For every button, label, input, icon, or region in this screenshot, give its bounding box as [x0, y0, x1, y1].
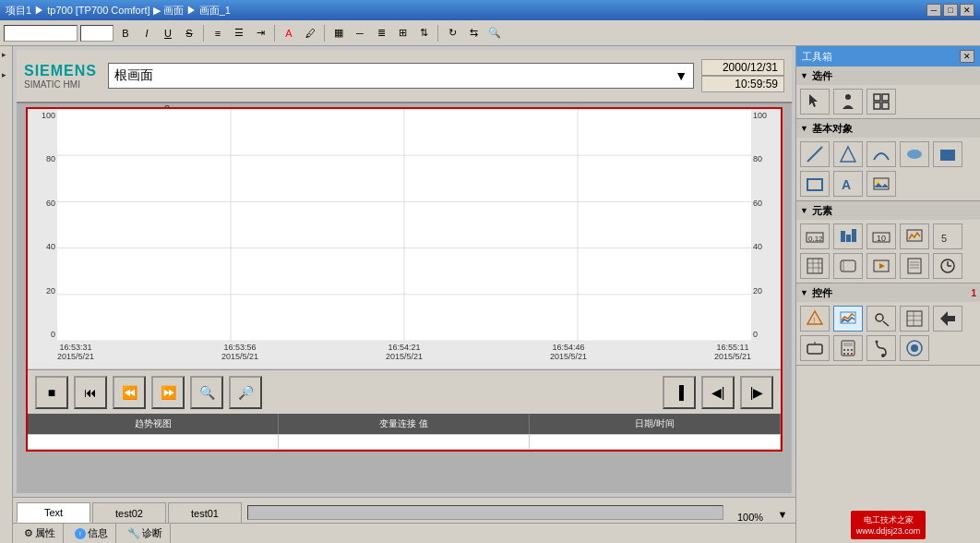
more-btn-4[interactable]: ⊞	[393, 25, 412, 42]
filled-rect-tool-icon[interactable]	[933, 141, 962, 167]
more-btn-2[interactable]: ─	[351, 25, 369, 42]
info-status-item[interactable]: i 信息	[67, 524, 116, 543]
num-display-tool-icon[interactable]: 0.12	[800, 223, 830, 249]
svg-rect-18	[940, 150, 955, 161]
xuanjian-header[interactable]: ▼ 选件	[796, 66, 980, 85]
zoom-out-button[interactable]: 🔎	[229, 376, 262, 409]
x-date-1: 2015/5/21	[221, 352, 258, 361]
italic-button[interactable]: I	[137, 25, 156, 42]
tab-text[interactable]: Text	[17, 502, 90, 523]
image-tool-icon[interactable]	[866, 171, 896, 197]
svg-rect-14	[882, 103, 889, 109]
font-size-input[interactable]: 13	[80, 25, 114, 42]
round-btn-tool-icon[interactable]	[900, 335, 929, 361]
table2-tool-icon[interactable]	[900, 306, 929, 332]
indent-button[interactable]: ⇥	[251, 25, 269, 42]
xuanjian-label: 选件	[812, 69, 832, 83]
flip-button[interactable]: ⇆	[464, 25, 483, 42]
svg-rect-27	[852, 229, 856, 242]
left-expand-button[interactable]: ◀|	[701, 376, 735, 409]
rotate-button[interactable]: ↻	[443, 25, 461, 42]
svg-rect-52	[907, 311, 922, 326]
underline-button[interactable]: U	[159, 25, 177, 42]
diagnostics-status-item[interactable]: 🔧 诊断	[120, 524, 171, 543]
triangle-tool-icon[interactable]	[833, 141, 863, 167]
arc-tool-icon[interactable]	[866, 141, 896, 167]
sidebar-tool-1[interactable]: ▸	[2, 50, 11, 68]
stethoscope-tool-icon[interactable]	[866, 335, 896, 361]
trend-tool-icon[interactable]	[833, 306, 863, 332]
svg-point-65	[847, 353, 849, 355]
tab-text-label: Text	[44, 507, 63, 518]
y-axis-left: 100 80 60 40 20 0	[28, 109, 57, 341]
faceplate-tool-icon[interactable]	[833, 253, 863, 279]
ellipse-tool-icon[interactable]	[900, 141, 929, 167]
data-cell-3	[530, 435, 781, 449]
person-tool-icon[interactable]	[833, 89, 863, 115]
svg-rect-19	[807, 179, 822, 190]
recipe-tool-icon[interactable]	[900, 253, 929, 279]
zoom-dropdown-button[interactable]: ▼	[773, 506, 792, 523]
basic-objects-header[interactable]: ▼ 基本对象	[796, 119, 980, 138]
slider-button[interactable]: ▐	[663, 376, 696, 409]
zoom-in-button[interactable]: 🔍	[190, 376, 223, 409]
media-tool-icon[interactable]	[866, 253, 896, 279]
restore-button[interactable]: □	[943, 4, 958, 17]
toolbox-close-button[interactable]: ✕	[960, 50, 974, 63]
close-button[interactable]: ✕	[960, 4, 974, 17]
alarm-tool-icon[interactable]: !	[800, 306, 830, 332]
highlight-button[interactable]: 🖊	[301, 25, 319, 42]
minimize-button[interactable]: ─	[926, 4, 941, 17]
forward-button[interactable]: ⏩	[151, 376, 185, 409]
outline-rect-tool-icon[interactable]	[800, 171, 830, 197]
cursor-icon[interactable]	[800, 89, 830, 115]
rewind-button[interactable]: ⏪	[113, 376, 146, 409]
x-date-4: 2015/5/21	[714, 352, 751, 361]
left-sidebar: ▸ ▸	[0, 46, 13, 543]
key-tool-icon[interactable]	[866, 306, 896, 332]
clock5-tool-icon[interactable]: 5	[933, 223, 962, 249]
controls-header[interactable]: ▼ 控件 1	[796, 284, 980, 302]
siemens-logo: SIEMENS SIMATIC HMI	[24, 63, 97, 90]
line-tool-icon[interactable]	[800, 141, 830, 167]
more-btn-3[interactable]: ≣	[372, 25, 390, 42]
svg-point-70	[911, 344, 918, 352]
align-left-button[interactable]: ≡	[209, 25, 227, 42]
horizontal-scrollbar[interactable]	[247, 505, 723, 520]
stop-button[interactable]: ■	[35, 376, 68, 409]
io-field-tool-icon[interactable]: 10	[866, 223, 896, 249]
clock-tool-icon[interactable]	[933, 253, 962, 279]
elements-collapse-icon: ▼	[800, 206, 808, 215]
more-btn-5[interactable]: ⇅	[414, 25, 433, 42]
more-btn-1[interactable]: ▦	[329, 25, 348, 42]
properties-status-item[interactable]: ⚙ 属性	[17, 524, 64, 543]
calc-tool-icon[interactable]	[833, 335, 863, 361]
button-tool-icon[interactable]	[800, 335, 830, 361]
arrow2-tool-icon[interactable]	[933, 306, 962, 332]
tab-test01[interactable]: test01	[168, 502, 242, 523]
grid-tool-icon[interactable]	[866, 89, 896, 115]
search-button[interactable]: 🔍	[485, 25, 504, 42]
tab-test02[interactable]: test02	[92, 502, 166, 523]
graphic-display-tool-icon[interactable]	[900, 223, 929, 249]
right-expand-button[interactable]: |▶	[740, 376, 773, 409]
svg-point-50	[876, 314, 883, 321]
bar-tool-icon[interactable]	[833, 223, 863, 249]
bold-button[interactable]: B	[116, 25, 135, 42]
screen-name-dropdown[interactable]: 根画面 ▼	[108, 63, 694, 89]
to-start-button[interactable]: ⏮	[74, 376, 107, 409]
sidebar-tool-2[interactable]: ▸	[2, 70, 11, 89]
svg-rect-25	[841, 231, 845, 242]
strikethrough-button[interactable]: S	[180, 25, 198, 42]
font-color-button[interactable]: A	[280, 25, 298, 42]
x-label-0: 16:53:31 2015/5/21	[57, 343, 94, 361]
elements-header[interactable]: ▼ 元素	[796, 201, 980, 220]
x-time-1: 16:53:56	[223, 343, 256, 352]
text-tool-icon[interactable]: A	[833, 171, 863, 197]
table-tool-icon[interactable]	[800, 253, 830, 279]
align-center-button[interactable]: ☰	[230, 25, 248, 42]
svg-line-15	[807, 147, 822, 162]
svg-rect-60	[843, 343, 853, 346]
style-input[interactable]	[4, 25, 78, 42]
x-time-0: 16:53:31	[60, 343, 92, 352]
